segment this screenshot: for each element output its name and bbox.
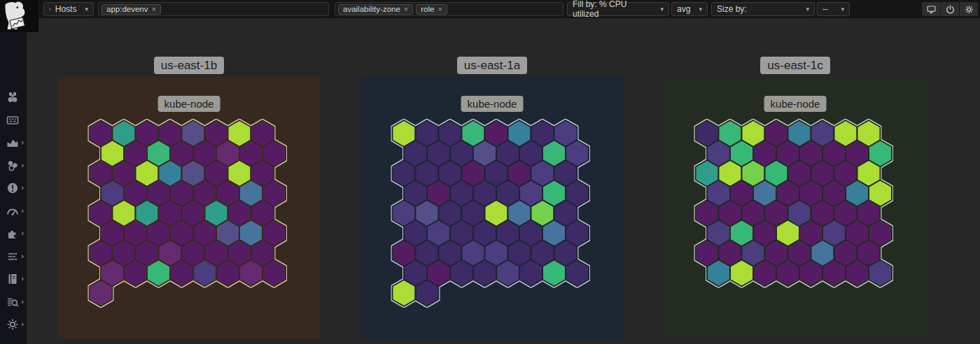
host-hex[interactable] [496,260,519,287]
aggregation-dropdown[interactable]: avg ▾ [671,2,708,16]
logs-icon [6,295,20,309]
metrics-icon [6,136,20,150]
remove-tag-icon[interactable]: × [151,4,155,14]
host-hex[interactable] [393,280,416,306]
monitor-icon [926,4,937,15]
subgroup-label[interactable]: kube-node [764,96,827,112]
sidebar-item-monitors[interactable] [0,181,27,195]
host-hex[interactable] [473,260,496,287]
fullscreen-button[interactable] [922,2,940,16]
sidebar-item-apm[interactable] [0,204,27,218]
host-hex[interactable] [869,260,892,287]
hosts-hexagon-icon [49,3,51,15]
zone-label[interactable]: us-east-1a [457,57,527,74]
subgroup-label[interactable]: kube-node [461,96,524,112]
hexmap-us-east-1b [57,76,321,339]
filter-tag-app-devenv[interactable]: app:devenv × [102,4,161,15]
subgroup-label[interactable]: kube-node [158,96,220,112]
hostmap-icon [6,159,20,173]
host-hex[interactable] [90,280,113,306]
chevron-right-icon [22,300,24,304]
groupby-tag-role[interactable]: role × [416,4,447,15]
host-hex[interactable] [822,260,846,287]
sidebar-item-dashboards[interactable] [0,113,27,127]
host-hex[interactable] [216,260,239,287]
sidebar-nav [0,90,27,331]
size-by-dropdown[interactable]: Size by: ▾ [711,2,815,16]
datadog-dog-icon [1,1,28,31]
host-hex[interactable] [730,260,753,287]
host-hex[interactable] [239,260,262,287]
refresh-power-button[interactable] [941,2,959,16]
hostmap-canvas: us-east-1b kube-node us-east-1a kube-nod… [27,18,980,344]
host-hex[interactable] [542,260,566,287]
hostmap-app: { "topbar": { "hosts_label": "Hosts", "c… [0,0,980,344]
host-hex[interactable] [147,260,170,287]
chevron-right-icon [22,186,24,190]
topbar-actions [922,2,978,16]
host-hex[interactable] [707,260,730,287]
size-by-label: Size by: [717,4,747,14]
chevron-down-icon: ▾ [694,6,702,13]
host-hex[interactable] [519,260,542,287]
sidebar-item-binoculars[interactable] [0,90,27,104]
fill-by-dropdown[interactable]: Fill by: % CPU utilized ▾ [567,2,669,16]
host-hex[interactable] [566,260,589,287]
zone-group-us-east-1b: us-east-1b kube-node [57,57,321,339]
group-by-input[interactable]: availability-zone × role × [335,2,564,16]
sidebar-item-notebooks[interactable] [0,272,27,286]
host-hex[interactable] [450,260,473,287]
sidebar-item-list[interactable] [0,250,27,264]
settings-button[interactable] [960,2,978,16]
sidebar [0,0,27,344]
list-icon [6,250,20,264]
host-hex[interactable] [262,260,286,287]
sidebar-item-logs[interactable] [0,295,27,309]
sidebar-item-hostmap[interactable] [0,159,27,173]
hexmap-us-east-1c [664,76,927,339]
host-hex[interactable] [846,260,869,287]
zone-panel: kube-node [57,76,321,339]
sidebar-item-integrations[interactable] [0,227,27,241]
chevron-right-icon [22,277,24,281]
apm-icon [6,204,20,218]
groupby-tag-availability-zone[interactable]: availability-zone × [338,4,413,15]
host-hex[interactable] [124,260,147,287]
chevron-right-icon [22,209,24,213]
fill-by-label: Fill by: % CPU utilized [573,0,652,19]
chevron-right-icon [22,231,24,236]
host-hex[interactable] [416,280,439,306]
power-icon [945,4,955,15]
host-hex[interactable] [799,260,822,287]
hexmap-us-east-1a [360,76,624,339]
chevron-down-icon: ▾ [802,6,809,13]
size-value-dropdown[interactable]: -- ▾ [817,2,850,16]
remove-tag-icon[interactable]: × [404,4,408,14]
sidebar-item-metrics[interactable] [0,136,27,150]
host-hex[interactable] [170,260,193,287]
zone-label[interactable]: us-east-1c [760,57,830,74]
zone-panel: kube-node [664,76,927,339]
sidebar-item-settings[interactable] [0,317,27,331]
gear-icon [964,4,974,15]
zone-group-us-east-1c: us-east-1c kube-node [664,57,927,339]
zone-panel: kube-node [360,76,624,339]
aggregation-label: avg [677,4,690,14]
notebooks-icon [6,272,20,286]
chevron-right-icon [22,255,24,259]
chevron-right-icon [22,322,24,327]
hosts-dropdown[interactable]: Hosts ▾ [43,2,94,16]
chevron-right-icon [22,141,24,145]
host-filter-input[interactable]: app:devenv × [98,2,329,16]
host-hex[interactable] [193,260,216,287]
zone-group-us-east-1a: us-east-1a kube-node [360,57,624,339]
host-hex[interactable] [753,260,776,287]
zone-label[interactable]: us-east-1b [154,57,224,74]
chevron-down-icon: ▾ [836,6,844,13]
host-hex[interactable] [776,260,799,287]
datadog-logo[interactable] [0,0,38,32]
filter-tag-label: app:devenv [106,4,148,14]
size-value-label: -- [822,4,828,14]
remove-tag-icon[interactable]: × [438,4,442,14]
monitors-icon [6,181,20,195]
